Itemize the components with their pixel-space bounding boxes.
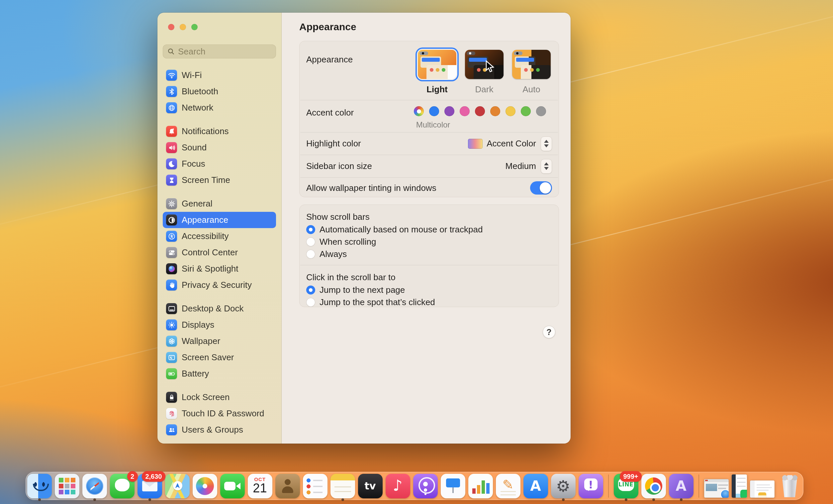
dock-app-icon[interactable]: ♪ — [386, 474, 410, 498]
radio-button[interactable] — [306, 298, 315, 307]
sidebar-icon-size-control[interactable]: Medium — [505, 159, 552, 174]
dock-item[interactable]: 2,630 — [138, 474, 162, 498]
dock-app-icon[interactable] — [165, 474, 190, 498]
radio-button[interactable] — [306, 237, 315, 246]
dock-app-icon[interactable]: ⚙ — [551, 474, 576, 498]
dock-app-icon[interactable] — [303, 474, 328, 498]
dock-item[interactable]: A — [523, 474, 548, 498]
appearance-option[interactable]: Light — [418, 50, 456, 95]
dock-app-icon[interactable] — [441, 474, 465, 498]
dock-app-icon[interactable] — [732, 475, 747, 498]
dock-item[interactable] — [641, 474, 666, 498]
dock-item[interactable]: ⚙ — [551, 474, 576, 498]
sidebar-item[interactable]: Siri & Spotlight — [163, 261, 276, 277]
sidebar-item[interactable]: Wi-Fi — [163, 67, 276, 83]
accent-color-swatch[interactable] — [460, 106, 470, 116]
dock-app-icon[interactable] — [468, 474, 493, 498]
dock-item[interactable]: 999+ LINE — [614, 474, 638, 498]
dock-item[interactable] — [704, 475, 729, 498]
sidebar-item[interactable]: Battery — [163, 365, 276, 382]
close-button[interactable] — [168, 24, 174, 30]
minimize-button[interactable] — [180, 24, 186, 30]
dock-item[interactable] — [303, 474, 328, 498]
dock-app-icon[interactable] — [55, 474, 79, 498]
highlight-color-stepper[interactable] — [541, 137, 552, 151]
dock-app-icon[interactable] — [27, 474, 52, 498]
sidebar-item[interactable]: Users & Groups — [163, 422, 276, 438]
search-field[interactable] — [163, 45, 276, 58]
sidebar-item[interactable]: Displays — [163, 317, 276, 333]
scrollbar-radio-option[interactable]: Always — [306, 248, 552, 260]
sidebar-item[interactable]: Privacy & Security — [163, 277, 276, 293]
highlight-color-control[interactable]: Accent Color — [468, 137, 552, 151]
dock-item[interactable] — [331, 474, 355, 498]
sidebar-item[interactable]: Accessibility — [163, 228, 276, 244]
sidebar-item[interactable]: Sound — [163, 140, 276, 156]
accent-color-swatch[interactable] — [445, 106, 454, 116]
dock-app-icon[interactable]: tv — [358, 474, 383, 498]
sidebar-item[interactable]: Desktop & Dock — [163, 301, 276, 317]
dock-app-icon[interactable]: ! — [578, 474, 603, 498]
wallpaper-tinting-toggle[interactable] — [530, 181, 552, 195]
dock-app-icon[interactable] — [82, 474, 107, 498]
dock-item[interactable] — [441, 474, 465, 498]
dock-app-icon[interactable] — [641, 474, 666, 498]
dock-app-icon[interactable] — [608, 475, 609, 498]
dock-app-icon[interactable] — [275, 474, 300, 498]
appearance-thumbnail[interactable] — [418, 50, 456, 79]
dock-app-icon[interactable] — [413, 474, 438, 498]
dock-app-icon[interactable] — [220, 474, 245, 498]
dock-item[interactable] — [696, 475, 701, 498]
appearance-thumbnail[interactable] — [512, 50, 551, 79]
dock-app-icon[interactable]: ✎ — [496, 474, 521, 498]
search-input[interactable] — [178, 47, 272, 57]
sidebar-item[interactable]: Control Center — [163, 244, 276, 261]
sidebar-item[interactable]: Notifications — [163, 123, 276, 140]
help-button[interactable]: ? — [543, 326, 555, 338]
dock-item[interactable] — [275, 474, 300, 498]
sidebar-item[interactable]: Network — [163, 100, 276, 116]
dock-item[interactable]: A — [669, 474, 693, 498]
dock-app-icon[interactable] — [193, 474, 217, 498]
sidebar-item[interactable]: Focus — [163, 156, 276, 172]
appearance-option[interactable]: Auto — [512, 50, 551, 95]
sidebar-item[interactable]: Lock Screen — [163, 389, 276, 405]
sidebar-item[interactable]: Bluetooth — [163, 83, 276, 100]
zoom-button[interactable] — [191, 24, 198, 30]
dock-item[interactable] — [27, 474, 52, 498]
dock-app-icon[interactable]: OCT 21 — [248, 474, 272, 498]
dock-item[interactable] — [750, 475, 775, 498]
dock-app-icon[interactable] — [704, 479, 729, 498]
scroll-click-radio-option[interactable]: Jump to the spot that’s clicked — [306, 296, 552, 307]
dock-item[interactable] — [193, 474, 217, 498]
dock-item[interactable]: ! — [578, 474, 603, 498]
radio-button[interactable] — [306, 250, 315, 259]
dock-item[interactable] — [413, 474, 438, 498]
accent-color-swatch[interactable] — [429, 106, 439, 116]
dock-item[interactable]: ♪ — [386, 474, 410, 498]
sidebar-icon-size-stepper[interactable] — [541, 159, 552, 174]
dock-item[interactable] — [55, 474, 79, 498]
dock-item[interactable] — [165, 474, 190, 498]
dock-item[interactable] — [606, 475, 611, 498]
sidebar-item[interactable]: Screen Time — [163, 172, 276, 188]
dock-item[interactable] — [220, 474, 245, 498]
sidebar-item[interactable]: Appearance — [163, 212, 276, 228]
accent-color-swatch[interactable] — [536, 106, 546, 116]
dock-app-icon[interactable]: A — [669, 474, 693, 498]
scrollbar-radio-option[interactable]: When scrolling — [306, 236, 552, 248]
dock-item[interactable]: ✎ — [496, 474, 521, 498]
accent-color-swatch[interactable] — [475, 106, 485, 116]
accent-color-swatch[interactable] — [414, 106, 424, 116]
sidebar-item[interactable]: Wallpaper — [163, 333, 276, 349]
dock-item[interactable] — [778, 474, 802, 498]
radio-button[interactable] — [306, 225, 315, 234]
dock-item[interactable]: OCT 21 — [248, 474, 272, 498]
dock-item[interactable]: 2 — [110, 474, 135, 498]
dock-item[interactable] — [468, 474, 493, 498]
accent-color-swatch[interactable] — [521, 106, 531, 116]
sidebar-item[interactable]: Touch ID & Password — [163, 405, 276, 422]
dock-app-icon[interactable] — [331, 474, 355, 498]
dock-app-icon[interactable]: A — [523, 474, 548, 498]
scroll-click-radio-option[interactable]: Jump to the next page — [306, 284, 552, 296]
